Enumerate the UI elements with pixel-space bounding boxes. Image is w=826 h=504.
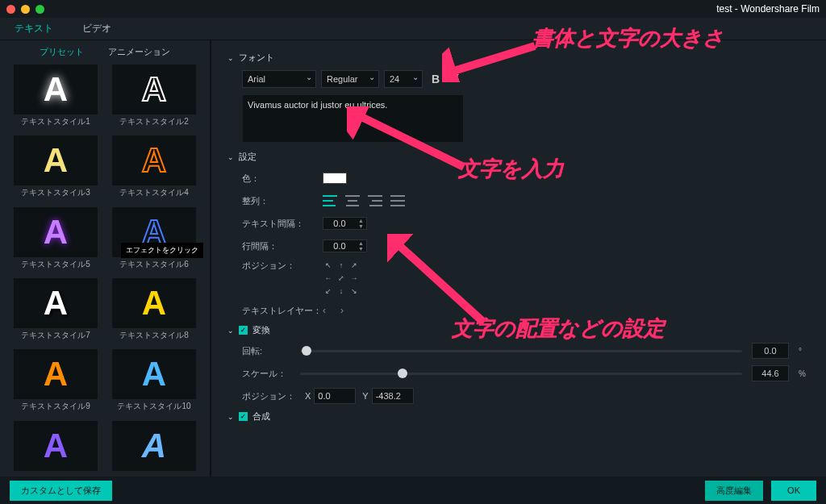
right-panel: ⌄ フォント Arial Regular 24 B I ⌄ 設定 色： 整列： (211, 40, 826, 477)
line-spacing-label: 行間隔： (242, 240, 323, 252)
window-maximize-button[interactable] (35, 5, 44, 14)
text-color-swatch[interactable] (323, 173, 347, 184)
scale-unit: % (799, 369, 810, 378)
preset-item[interactable]: Aテキストスタイル5 (10, 207, 102, 275)
position-x-input[interactable] (314, 388, 356, 404)
preset-item[interactable]: Aテキストスタイル9 (10, 349, 102, 417)
align-right-button[interactable] (368, 195, 382, 206)
text-spacing-spinner[interactable]: ▲▼ (323, 217, 367, 230)
tab-video[interactable]: ビデオ (68, 18, 126, 40)
section-compose-label: 合成 (252, 410, 270, 423)
line-spacing-spinner[interactable]: ▲▼ (323, 240, 367, 252)
section-transform-label: 変換 (252, 324, 270, 336)
rotation-slider[interactable] (300, 350, 742, 352)
preset-item[interactable]: Aテキストスタイル3 (10, 135, 102, 203)
preset-item[interactable]: Aテキストスタイル8 (108, 278, 200, 346)
subtab-animation[interactable]: アニメーション (108, 46, 170, 58)
main-tab-bar: テキスト ビデオ (0, 18, 826, 40)
color-label: 色： (242, 173, 323, 185)
preset-item[interactable]: Aテキストスタイル7 (10, 278, 102, 346)
transform-checkbox[interactable]: ✓ (239, 326, 248, 335)
position-y-input[interactable] (372, 388, 414, 404)
section-font-label: フォント (239, 52, 274, 64)
text-spacing-label: テキスト間隔： (242, 218, 323, 230)
chevron-down-icon: ⌄ (227, 55, 234, 61)
window-title: test - Wondershare Film (716, 3, 820, 15)
preset-item[interactable]: Aテキストスタイル10 (108, 349, 200, 417)
advanced-edit-button[interactable]: 高度編集 (705, 481, 763, 501)
window-close-button[interactable] (6, 5, 15, 14)
save-custom-button[interactable]: カスタムとして保存 (10, 481, 112, 501)
scale-value[interactable]: 44.6 (752, 365, 789, 381)
align-label: 整列： (242, 195, 323, 207)
align-left-button[interactable] (323, 195, 337, 206)
scale-slider[interactable] (300, 373, 742, 375)
rotation-label: 回転: (242, 345, 290, 357)
bold-button[interactable]: B (428, 71, 444, 87)
layer-prev-button[interactable]: ‹ (323, 305, 326, 316)
align-justify-button[interactable] (390, 195, 405, 206)
preset-item[interactable]: Aエフェクトをクリックテキストスタイル6 (108, 207, 200, 275)
preset-item[interactable]: A (10, 421, 102, 477)
ok-button[interactable]: OK (771, 481, 816, 501)
section-settings-header[interactable]: ⌄ 設定 (227, 151, 810, 163)
preset-tooltip: エフェクトをクリック (121, 243, 203, 258)
section-transform-header[interactable]: ⌄ ✓ 変換 (227, 324, 810, 336)
text-content-input[interactable] (242, 94, 464, 143)
align-center-button[interactable] (345, 195, 360, 206)
window-minimize-button[interactable] (21, 5, 30, 14)
font-weight-select[interactable]: Regular (321, 70, 379, 88)
position-anchor-grid[interactable]: ↖↑↗ ←⤢→ ↙↓↘ (323, 260, 360, 297)
layer-next-button[interactable]: › (340, 305, 344, 316)
footer-bar: カスタムとして保存 高度編集 OK (0, 477, 826, 504)
rotation-value[interactable]: 0.0 (752, 343, 789, 359)
titlebar: test - Wondershare Film (0, 0, 826, 18)
transform-position-label: ポジション： (242, 390, 298, 402)
text-layer-nav: ‹ › (323, 305, 344, 316)
section-settings-label: 設定 (239, 151, 257, 163)
tab-text[interactable]: テキスト (0, 18, 68, 40)
compose-checkbox[interactable]: ✓ (239, 412, 248, 421)
italic-button[interactable]: I (448, 71, 465, 87)
scale-label: スケール： (242, 368, 290, 380)
preset-item[interactable]: Aテキストスタイル2 (108, 65, 200, 132)
subtab-preset[interactable]: プリセット (40, 46, 84, 58)
preset-item[interactable]: Aテキストスタイル4 (108, 135, 200, 203)
left-panel: プリセット アニメーション Aテキストスタイル1 Aテキストスタイル2 Aテキス… (0, 40, 210, 477)
chevron-down-icon: ⌄ (227, 327, 234, 334)
font-size-select[interactable]: 24 (384, 70, 423, 88)
font-family-select[interactable]: Arial (242, 70, 316, 88)
y-label: Y (362, 391, 368, 401)
preset-item[interactable]: Aテキストスタイル1 (10, 65, 102, 132)
text-layer-label: テキストレイヤー： (242, 305, 323, 317)
preset-item[interactable]: A (108, 421, 200, 477)
rotation-unit: ° (799, 347, 810, 356)
preset-grid: Aテキストスタイル1 Aテキストスタイル2 Aテキストスタイル3 Aテキストスタ… (0, 63, 210, 477)
section-font-header[interactable]: ⌄ フォント (227, 52, 810, 64)
section-compose-header[interactable]: ⌄ ✓ 合成 (227, 410, 810, 423)
chevron-down-icon: ⌄ (227, 414, 234, 420)
chevron-down-icon: ⌄ (227, 154, 234, 160)
x-label: X (305, 391, 311, 401)
position-label: ポジション： (242, 260, 323, 272)
